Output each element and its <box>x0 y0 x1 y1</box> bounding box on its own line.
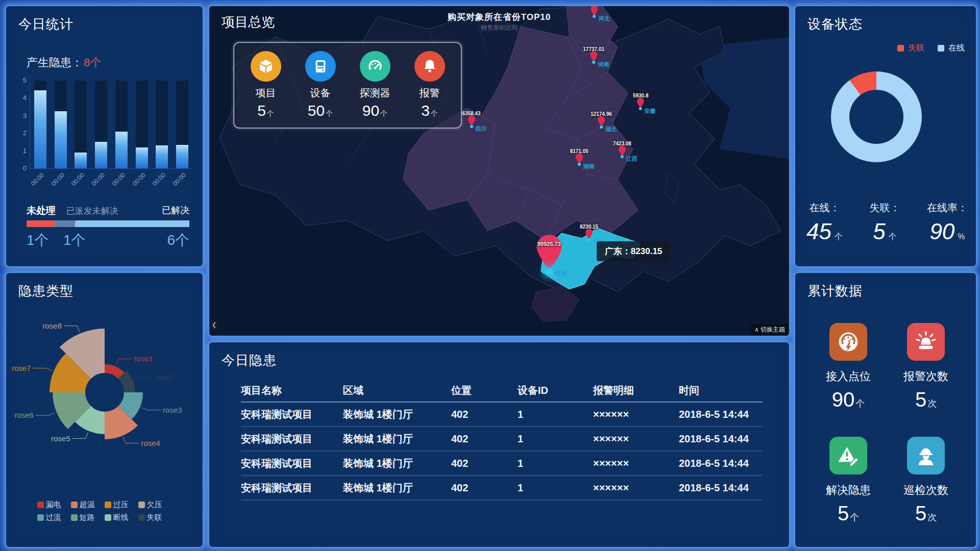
overview-stat-unit: 个 <box>380 109 387 117</box>
device-stat-在线: 在线：45个 <box>806 201 843 244</box>
warning-pencil-icon <box>829 437 867 474</box>
rose-label-line <box>141 408 161 410</box>
device-stat-unit: 个 <box>835 232 843 241</box>
table-row: 安科瑞测试项目装饰城 1楼门厅4021××××××2018-6-5 14:44 <box>241 403 763 426</box>
bar <box>115 132 128 168</box>
column-header: 时间 <box>679 384 763 397</box>
legend-item-过流[interactable]: 过流 <box>37 513 71 522</box>
legend-swatch <box>105 514 111 521</box>
gauge-icon <box>360 51 390 82</box>
collapse-arrow-button[interactable]: ❮ <box>209 320 219 330</box>
hazard-bar-chart[interactable]: 00:0000:0000:0000:0000:0000:0000:0000:00… <box>12 81 199 202</box>
cumulative-card-label: 报警次数 <box>887 369 965 384</box>
map-marker-广东[interactable]: 8230.15广东 <box>580 224 598 239</box>
overview-stat-unit: 个 <box>326 109 333 117</box>
hazards-table: 项目名称区域位置设备ID报警明细时间安科瑞测试项目装饰城 1楼门厅4021×××… <box>241 379 763 500</box>
marker-dot <box>593 15 596 18</box>
cumulative-card-label: 巡检次数 <box>887 483 965 498</box>
cumulative-card-unit: 个 <box>855 398 865 409</box>
x-axis-tick-label: 00:00 <box>106 171 127 192</box>
map-subtitle: 销售面积区间 <box>209 23 789 32</box>
map-title: 购买对象所在省份TOP10 <box>209 11 789 23</box>
china-map[interactable]: 购买对象所在省份TOP10 销售面积区间 项目总览 项目5个设备50个探测器90… <box>209 6 789 336</box>
hazard-summary-label: 产生隐患： <box>27 56 83 69</box>
legend-item-断线[interactable]: 断线 <box>105 513 138 522</box>
device-stat-label: 失联： <box>869 201 900 215</box>
hazard-summary-value: 8个 <box>84 56 101 69</box>
marker-dot <box>587 238 591 241</box>
table-cell: ×××××× <box>593 458 679 469</box>
row-separator <box>241 499 763 500</box>
overview-stat-unit: 个 <box>267 109 274 117</box>
rose-label-line <box>134 378 154 380</box>
legend-swatch <box>105 502 111 508</box>
rose-label: rose4 <box>141 439 160 447</box>
rose-label: rose8 <box>43 321 62 330</box>
cumulative-card-label: 接入点位 <box>810 369 887 384</box>
map-marker-河北[interactable]: 13177.64河北 <box>583 6 605 16</box>
cube-icon <box>251 51 281 82</box>
device-legend: 失联在线 <box>897 43 965 54</box>
rose-label-line <box>116 359 132 365</box>
table-cell: 装饰城 1楼门厅 <box>343 481 451 495</box>
y-axis-tick-label: 0 <box>16 164 27 172</box>
map-marker-江西[interactable]: 7423.08江西 <box>613 141 631 156</box>
cumulative-card-value: 5个 <box>810 502 887 525</box>
marker-value: 7423.08 <box>613 141 631 146</box>
panel-title: 今日统计 <box>18 15 74 33</box>
table-row: 安科瑞测试项目装饰城 1楼门厅4021××××××2018-6-5 14:44 <box>241 427 763 450</box>
table-cell: 2018-6-5 14:44 <box>679 409 763 420</box>
map-pin-icon <box>535 234 564 271</box>
legend-item-在线[interactable]: 在线 <box>938 43 965 54</box>
marker-dot <box>470 125 473 128</box>
marker-value: 8230.15 <box>580 224 598 230</box>
legend-item-短路[interactable]: 短路 <box>71 513 105 522</box>
map-marker-河南[interactable]: 17737.01河南 <box>583 46 604 62</box>
overview-stat-项目: 项目5个 <box>241 51 290 119</box>
legend-item-失联[interactable]: 失联 <box>138 513 172 522</box>
map-pin-icon <box>467 115 475 126</box>
legend-swatch <box>37 514 44 521</box>
map-marker-四川[interactable]: 6358.43四川 <box>462 111 480 126</box>
marker-province-name: 江西 <box>626 155 638 163</box>
map-marker-海南[interactable]: 99925.73海南 <box>535 234 564 271</box>
cumulative-card-巡检次数: 巡检次数5次 <box>887 437 965 525</box>
status-label-unhandled: 未处理 <box>27 205 56 216</box>
marker-dot <box>578 163 581 166</box>
x-axis-tick-label: 00:00 <box>45 171 66 192</box>
overview-stat-label: 设备 <box>296 86 345 100</box>
column-header: 设备ID <box>518 384 593 397</box>
legend-item-欠压[interactable]: 欠压 <box>138 500 172 510</box>
device-donut-chart[interactable] <box>831 71 922 162</box>
device-stat-label: 在线： <box>806 201 843 215</box>
table-cell: 安科瑞测试项目 <box>241 432 343 446</box>
map-pin-icon <box>618 145 626 156</box>
overview-stat-unit: 个 <box>431 109 438 117</box>
legend-item-超温[interactable]: 超温 <box>71 500 105 510</box>
rose-label-line <box>33 368 52 371</box>
legend-item-过压[interactable]: 过压 <box>105 500 138 510</box>
table-cell: 1 <box>518 458 593 469</box>
legend-item-失联[interactable]: 失联 <box>897 43 924 54</box>
device-stat-value: 5个 <box>869 219 900 244</box>
x-axis-tick-label: 00:00 <box>85 171 106 192</box>
theme-toggle-button[interactable]: ∧ 切换主题 <box>750 324 789 336</box>
rose-label-line <box>64 326 80 332</box>
device-stat-失联: 失联：5个 <box>869 201 900 244</box>
hazard-rose-chart[interactable]: rose1rose2rose3rose4rose5rose6rose7rose8 <box>6 303 203 496</box>
legend-item-漏电[interactable]: 漏电 <box>37 500 71 510</box>
legend-swatch <box>138 514 145 521</box>
legend-swatch <box>71 502 78 508</box>
bar <box>156 145 168 168</box>
map-marker-湖北[interactable]: 12174.96湖北 <box>591 111 612 127</box>
marker-value: 5930.8 <box>633 93 649 98</box>
table-cell: 装饰城 1楼门厅 <box>343 408 451 421</box>
map-marker-湖南[interactable]: 8171.05湖南 <box>570 148 589 164</box>
map-marker-安徽[interactable]: 5930.8安徽 <box>633 93 649 108</box>
overview-stat-label: 报警 <box>405 86 454 100</box>
marker-value: 8171.05 <box>570 148 589 154</box>
count-unhandled: 1个 <box>27 232 49 248</box>
siren-icon <box>914 330 938 354</box>
marker-value: 99925.73 <box>535 241 564 247</box>
rose-label: rose3 <box>163 406 182 414</box>
